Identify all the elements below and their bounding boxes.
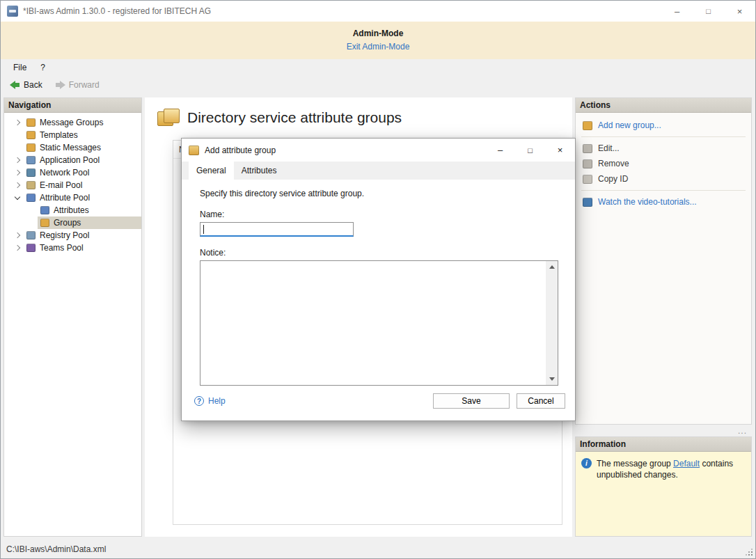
name-input[interactable] [200, 222, 354, 237]
dialog-minimize-button[interactable]: – [485, 139, 515, 162]
resize-grip-icon[interactable] [745, 548, 753, 556]
tree-item-label: E-mail Pool [40, 180, 82, 190]
info-icon [581, 458, 592, 469]
tree-item-label: Attribute Pool [40, 193, 90, 203]
actions-list: Add new group... Edit... Remove Copy ID … [576, 113, 751, 210]
window-controls: – □ × [661, 1, 755, 22]
scroll-up-icon[interactable] [549, 265, 555, 269]
tree-item-label: Teams Pool [40, 243, 84, 253]
status-bar: C:\IBI-aws\Admin\Data.xml [1, 540, 755, 558]
forward-button[interactable]: Forward [55, 80, 100, 90]
action-item-label: Remove [598, 159, 629, 168]
maximize-button[interactable]: □ [693, 1, 724, 22]
action-remove[interactable]: Remove [576, 156, 751, 171]
help-label: Help [208, 396, 226, 406]
video-tutorials-icon [583, 198, 592, 207]
window-title: *IBI-aws Admin 1.30.0 - registered for I… [23, 6, 211, 16]
scroll-down-icon[interactable] [549, 377, 555, 381]
tree-item-label: Message Groups [40, 118, 103, 127]
nav-item-application-pool[interactable]: Application Pool [4, 154, 141, 166]
teams-pool-icon [26, 244, 36, 252]
application-pool-icon [26, 156, 36, 164]
navigation-toolbar: Back Forward [1, 75, 755, 95]
nav-item-message-groups[interactable]: Message Groups [4, 116, 141, 129]
close-button[interactable]: × [724, 1, 755, 22]
templates-icon [26, 131, 36, 139]
dialog-tabs: General Attributes [182, 162, 575, 180]
attribute-groups-icon [157, 109, 180, 126]
add-attribute-group-dialog: Add attribute group – □ × General Attrib… [181, 138, 576, 421]
exit-admin-mode-link[interactable]: Exit Admin-Mode [347, 42, 410, 52]
registry-pool-icon [26, 231, 36, 239]
chevron-icon[interactable] [11, 242, 24, 254]
dialog-footer: Help Save Cancel [182, 387, 575, 420]
information-header: Information [576, 437, 751, 452]
dialog-window-controls: – □ × [485, 139, 575, 162]
minimize-button[interactable]: – [661, 1, 693, 22]
nav-item-templates[interactable]: Templates [4, 129, 141, 141]
action-copy-id[interactable]: Copy ID [576, 171, 751, 187]
default-group-link[interactable]: Default [673, 459, 700, 469]
dialog-maximize-button[interactable]: □ [515, 139, 545, 162]
back-arrow-icon [10, 81, 20, 89]
help-link[interactable]: Help [194, 396, 226, 406]
action-add-new-group[interactable]: Add new group... [576, 118, 751, 133]
tree-item-label: Groups [54, 218, 81, 228]
info-text-before: The message group [597, 459, 673, 469]
data-file-path: C:\IBI-aws\Admin\Data.xml [6, 544, 106, 554]
nav-item-groups[interactable]: Groups [4, 216, 141, 229]
nav-item-registry-pool[interactable]: Registry Pool [4, 229, 141, 242]
actions-header: Actions [576, 98, 751, 113]
tree-item-label: Application Pool [40, 155, 100, 165]
menu-file[interactable]: File [6, 61, 33, 74]
add-group-icon [583, 121, 592, 130]
back-label: Back [24, 80, 42, 90]
groups-icon [40, 219, 49, 227]
chevron-icon[interactable] [11, 116, 24, 129]
tree-item-label: Network Pool [40, 168, 89, 178]
forward-arrow-icon [55, 81, 65, 89]
chevron-icon[interactable] [11, 166, 24, 179]
name-input-field[interactable] [200, 223, 353, 235]
notice-input[interactable] [200, 260, 558, 386]
chevron-icon[interactable] [11, 229, 24, 242]
tab-attributes[interactable]: Attributes [234, 162, 285, 180]
tree-item-label: Templates [40, 130, 78, 140]
notice-input-field[interactable] [200, 261, 546, 385]
copy-id-icon [583, 175, 592, 184]
tree-item-label: Attributes [54, 205, 89, 215]
chevron-icon[interactable] [11, 179, 24, 191]
notice-scrollbar[interactable] [546, 261, 558, 385]
dialog-title: Add attribute group [205, 145, 276, 155]
dialog-close-button[interactable]: × [545, 139, 575, 162]
information-panel: Information The message group Default co… [575, 436, 752, 537]
tab-general[interactable]: General [189, 162, 234, 180]
nav-item-static-messages[interactable]: Static Messages [4, 141, 141, 154]
dialog-body: Specify this directory service attribute… [182, 180, 575, 387]
navigation-panel: Navigation Message Groups Templates Stat… [3, 97, 142, 537]
menu-help[interactable]: ? [33, 61, 52, 74]
chevron-icon[interactable] [11, 154, 24, 166]
back-button[interactable]: Back [10, 80, 42, 90]
navigation-tree: Message Groups Templates Static Messages… [4, 113, 141, 536]
action-watch-the-video-tutorials[interactable]: Watch the video-tutorials... [576, 194, 751, 210]
action-edit[interactable]: Edit... [576, 141, 751, 156]
information-message: The message group Default contains unpub… [597, 459, 746, 481]
panel-splitter[interactable]: ... [575, 425, 752, 436]
chevron-icon[interactable] [11, 191, 24, 204]
cancel-button[interactable]: Cancel [517, 393, 565, 409]
actions-panel: Actions Add new group... Edit... Remove … [575, 97, 752, 425]
nav-item-attribute-pool[interactable]: Attribute Pool [4, 191, 141, 204]
nav-item-attributes[interactable]: Attributes [4, 204, 141, 216]
nav-item-teams-pool[interactable]: Teams Pool [4, 242, 141, 254]
message-groups-icon [26, 118, 36, 127]
save-button[interactable]: Save [433, 393, 510, 409]
app-window: *IBI-aws Admin 1.30.0 - registered for I… [0, 0, 756, 559]
tree-item-label: Registry Pool [40, 230, 89, 240]
remove-icon [583, 159, 592, 168]
admin-mode-title: Admin-Mode [1, 29, 755, 38]
tree-item-label: Static Messages [40, 143, 101, 152]
nav-item-network-pool[interactable]: Network Pool [4, 166, 141, 179]
nav-item-e-mail-pool[interactable]: E-mail Pool [4, 179, 141, 191]
forward-label: Forward [69, 80, 100, 90]
